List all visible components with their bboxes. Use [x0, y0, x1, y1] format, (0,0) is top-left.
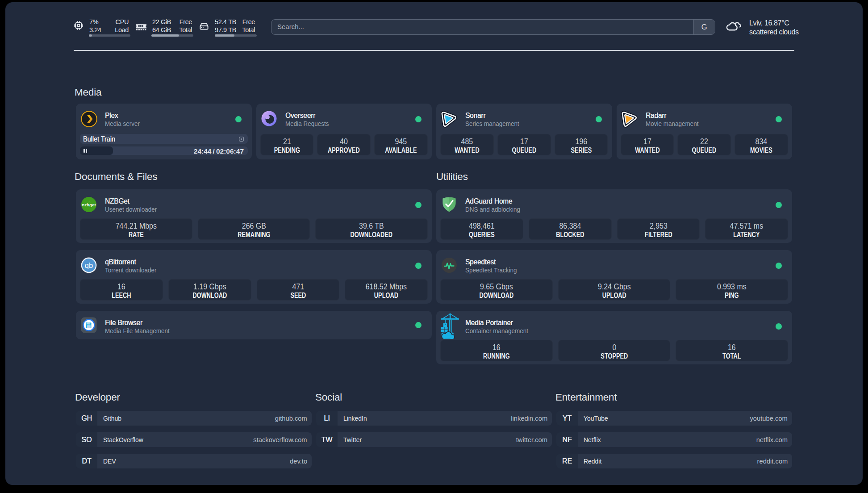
svg-text:nzbget: nzbget: [82, 202, 96, 207]
svg-text:qb: qb: [85, 261, 93, 269]
